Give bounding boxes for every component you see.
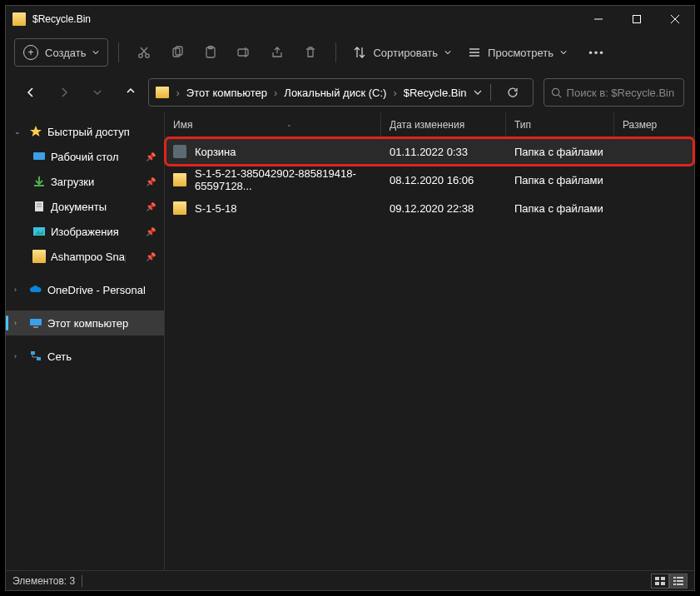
folder-icon <box>173 201 186 215</box>
chevron-down-icon <box>92 49 99 56</box>
pin-icon: 📌 <box>146 177 156 186</box>
separator <box>118 42 119 62</box>
folder-icon <box>156 87 169 98</box>
column-type[interactable]: Тип <box>506 112 614 137</box>
chevron-right-icon: › <box>271 87 280 99</box>
pin-icon: 📌 <box>146 252 156 261</box>
sidebar-item-ashampoo[interactable]: Ashampoo Snap 11📌 <box>6 244 164 269</box>
title-bar[interactable]: $Recycle.Bin <box>6 6 694 32</box>
sidebar-item-thispc[interactable]: › Этот компьютер <box>6 310 164 335</box>
status-item-count: Элементов: 3 <box>12 575 75 587</box>
svg-rect-37 <box>677 580 683 582</box>
svg-rect-35 <box>677 577 683 579</box>
svg-rect-20 <box>33 152 45 160</box>
view-details-button[interactable] <box>669 574 688 589</box>
folder-icon <box>173 173 186 186</box>
breadcrumb-thispc[interactable]: Этот компьютер <box>186 87 267 99</box>
maximize-button[interactable] <box>618 6 656 32</box>
sidebar-item-desktop[interactable]: Рабочий стол📌 <box>6 144 164 169</box>
view-button[interactable]: Просмотреть <box>461 38 573 67</box>
download-icon <box>32 175 46 188</box>
sort-button[interactable]: Сортировать <box>346 38 458 67</box>
svg-rect-1 <box>633 16 641 23</box>
rename-icon <box>237 46 251 59</box>
minimize-button[interactable] <box>579 6 618 32</box>
share-icon <box>271 46 284 59</box>
navigation-row: › Этот компьютер › Локальный диск (C:) ›… <box>6 72 694 112</box>
sidebar-item-pictures[interactable]: Изображения📌 <box>6 219 164 244</box>
address-dropdown[interactable] <box>474 87 482 99</box>
svg-line-7 <box>141 47 146 54</box>
up-button[interactable] <box>116 79 146 106</box>
close-button[interactable] <box>656 6 694 32</box>
separator <box>82 575 82 587</box>
list-icon <box>468 46 481 59</box>
column-headers: Имя⌄ Дата изменения Тип Размер <box>165 112 694 137</box>
sort-label: Сортировать <box>373 47 438 59</box>
cut-button[interactable] <box>129 38 159 67</box>
sidebar-item-onedrive[interactable]: › OneDrive - Personal <box>6 277 164 302</box>
svg-point-17 <box>552 88 559 95</box>
clipboard-icon <box>204 46 217 59</box>
delete-button[interactable] <box>295 38 325 67</box>
file-rows: Корзина 01.11.2022 0:33 Папка с файлами … <box>165 137 694 570</box>
create-label: Создать <box>45 47 86 59</box>
file-row[interactable]: S-1-5-18 09.12.2020 22:38 Папка с файлам… <box>165 194 694 222</box>
file-row[interactable]: S-1-5-21-385042902-885819418-65597128...… <box>165 166 694 194</box>
svg-rect-29 <box>37 357 41 360</box>
svg-rect-31 <box>661 577 665 580</box>
recycle-bin-icon <box>173 145 186 158</box>
separator <box>335 42 336 62</box>
desktop-icon <box>32 150 46 163</box>
create-button[interactable]: + Создать <box>14 38 108 67</box>
column-name[interactable]: Имя⌄ <box>165 112 381 137</box>
svg-rect-39 <box>677 584 683 585</box>
svg-rect-32 <box>655 582 659 585</box>
explorer-window: $Recycle.Bin + Создать Сортировать Просм… <box>5 5 695 591</box>
svg-line-6 <box>141 47 147 54</box>
scissors-icon <box>137 46 151 59</box>
sidebar-item-downloads[interactable]: Загрузки📌 <box>6 169 164 194</box>
svg-rect-36 <box>673 580 676 582</box>
svg-point-4 <box>139 54 142 57</box>
recent-button[interactable] <box>82 79 112 106</box>
sidebar-item-network[interactable]: › Сеть <box>6 344 164 369</box>
chevron-right-icon: › <box>172 87 182 99</box>
sidebar-item-quick-access[interactable]: ⌄ Быстрый доступ <box>6 119 164 144</box>
chevron-right-icon: › <box>14 352 24 360</box>
search-placeholder: Поиск в: $Recycle.Bin <box>567 87 675 99</box>
breadcrumb-drive-c[interactable]: Локальный диск (C:) <box>284 87 386 99</box>
window-folder-icon <box>12 12 26 26</box>
back-button[interactable] <box>16 79 46 106</box>
address-bar[interactable]: › Этот компьютер › Локальный диск (C:) ›… <box>148 78 533 107</box>
column-date[interactable]: Дата изменения <box>381 112 506 137</box>
cloud-icon <box>29 283 42 296</box>
svg-rect-33 <box>661 582 665 585</box>
rename-button[interactable] <box>229 38 259 67</box>
paste-button[interactable] <box>196 38 226 67</box>
svg-line-18 <box>558 94 560 97</box>
share-button[interactable] <box>262 38 292 67</box>
sort-indicator-icon: ⌄ <box>286 121 292 128</box>
sidebar-item-documents[interactable]: Документы📌 <box>6 194 164 219</box>
document-icon <box>32 200 46 213</box>
chevron-down-icon <box>444 49 451 56</box>
copy-icon <box>171 46 184 59</box>
svg-point-5 <box>146 54 149 57</box>
file-row[interactable]: Корзина 01.11.2022 0:33 Папка с файлами <box>165 137 694 166</box>
forward-button[interactable] <box>49 79 79 106</box>
network-icon <box>29 350 42 363</box>
refresh-button[interactable] <box>499 87 526 98</box>
chevron-right-icon: › <box>390 87 400 99</box>
sort-icon <box>353 46 366 59</box>
pin-icon: 📌 <box>146 152 156 161</box>
trash-icon <box>304 46 317 59</box>
copy-button[interactable] <box>162 38 192 67</box>
chevron-right-icon: › <box>14 319 24 327</box>
search-input[interactable]: Поиск в: $Recycle.Bin <box>544 78 684 107</box>
breadcrumb-recyclebin[interactable]: $Recycle.Bin <box>404 87 467 99</box>
svg-rect-27 <box>33 326 38 328</box>
view-thumbnails-button[interactable] <box>651 574 669 589</box>
more-button[interactable]: ••• <box>582 38 612 67</box>
column-size[interactable]: Размер <box>614 112 694 137</box>
